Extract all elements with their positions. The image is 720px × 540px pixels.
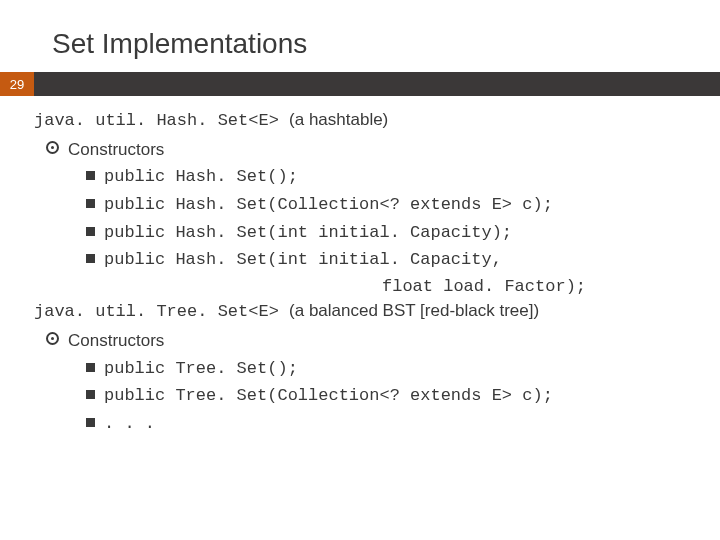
constructors-heading-2: Constructors (34, 329, 702, 354)
constructor-item: public Hash. Set(int initial. Capacity); (34, 220, 702, 246)
bar-fill (34, 72, 720, 96)
constructor-item: public Tree. Set(Collection<? extends E>… (34, 383, 702, 409)
title-bar: 29 (0, 72, 720, 96)
bullet-square-icon (86, 390, 95, 399)
slide-number: 29 (0, 72, 34, 96)
bullet-square-icon (86, 171, 95, 180)
bullet-square-icon (86, 227, 95, 236)
constructor-item: public Hash. Set(int initial. Capacity, (34, 247, 702, 273)
slide-title: Set Implementations (0, 0, 720, 72)
constructor-item: public Hash. Set(Collection<? extends E>… (34, 192, 702, 218)
constructor-item-continuation: float load. Factor); (34, 275, 702, 300)
bullet-circle-icon (46, 332, 59, 345)
line-hashset-header: java. util. Hash. Set<E> (a hashtable) (34, 108, 702, 134)
ellipsis-item: . . . (34, 411, 702, 437)
bullet-square-icon (86, 199, 95, 208)
constructor-item: public Hash. Set(); (34, 164, 702, 190)
bullet-square-icon (86, 363, 95, 372)
constructors-heading-1: Constructors (34, 138, 702, 163)
bullet-circle-icon (46, 141, 59, 154)
constructor-item: public Tree. Set(); (34, 356, 702, 382)
bullet-square-icon (86, 254, 95, 263)
bullet-square-icon (86, 418, 95, 427)
content-area: java. util. Hash. Set<E> (a hashtable) C… (0, 96, 720, 437)
line-treeset-header: java. util. Tree. Set<E> (a balanced BST… (34, 299, 702, 325)
